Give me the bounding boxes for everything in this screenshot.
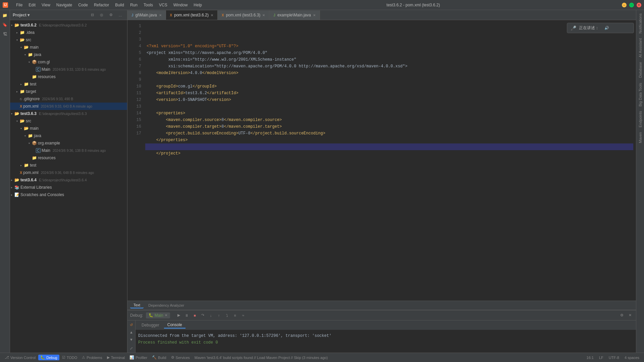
right-tool-endpoints[interactable]: Endpoints	[637, 109, 643, 129]
debug-stepover-btn[interactable]: ↷	[200, 312, 206, 319]
maximize-button[interactable]: □	[629, 3, 634, 7]
debug-frames-btn[interactable]: ≡	[232, 312, 238, 319]
code-line-2[interactable]: <project xmlns="http://maven.apache.org/…	[145, 50, 633, 56]
tree-item-main363[interactable]: 📂main	[10, 125, 127, 132]
tree-item-gitignore[interactable]: ⎋.gitignore2024/3/6 9:33, 490 B	[10, 95, 127, 103]
code-line-15[interactable]: </properties>	[145, 137, 633, 143]
status-tab-terminal[interactable]: ▶Terminal	[105, 355, 127, 360]
code-line-8[interactable]: <artifactId>test3.6.2</artifactId>	[145, 90, 633, 97]
menu-item-window[interactable]: Window	[171, 2, 191, 8]
menu-item-edit[interactable]: Edit	[26, 2, 38, 8]
tab-close-btn[interactable]: ✕	[211, 13, 213, 17]
status-tab-problems[interactable]: ⚠Problems	[80, 355, 104, 360]
debug-tab-debugger[interactable]: Debugger	[138, 322, 163, 328]
code-line-11[interactable]: <properties>	[145, 110, 633, 117]
code-line-7[interactable]: <groupId>com.gl</groupId>	[145, 83, 633, 90]
structure-icon[interactable]: 🏗	[1, 30, 9, 38]
code-line-10[interactable]	[145, 103, 633, 110]
right-tool-ai_assistant[interactable]: AI Assistant	[637, 36, 643, 59]
debug-session[interactable]: 🐛 Main ✕	[146, 312, 170, 318]
menu-item-code[interactable]: Code	[75, 2, 91, 8]
right-tool-notifications[interactable]: Notifications	[637, 11, 643, 36]
debug-tab-console[interactable]: Console	[164, 322, 185, 328]
status-tab-build[interactable]: 🔨Build	[150, 355, 168, 360]
code-line-12[interactable]: <maven.compiler.source>8</maven.compiler…	[145, 117, 633, 123]
code-line-13[interactable]: <maven.compiler.target>8</maven.compiler…	[145, 123, 633, 130]
debug-scroll-down-btn[interactable]: ▼	[128, 337, 135, 343]
tree-item-pomxml362[interactable]: Xpom.xml2024/3/6 9:33, 643 B A minute ag…	[10, 103, 127, 110]
code-line-16[interactable]	[145, 143, 633, 150]
editor-tab-tab4[interactable]: J example\Main.java ✕	[269, 10, 320, 20]
debug-close-btn[interactable]: ✕	[627, 312, 633, 319]
editor-tab-tab3[interactable]: X pom.xml (test3.6.3) ✕	[218, 10, 269, 20]
code-line-4[interactable]: xsi:schemaLocation="http://maven.apache.…	[145, 63, 633, 70]
tree-item-pomxml363[interactable]: Xpom.xml2024/3/6 9:36, 648 B 8 minutes a…	[10, 169, 127, 176]
editor-tab-tab1[interactable]: J gl\Main.java ✕	[127, 10, 166, 20]
tree-item-src363[interactable]: 📂src	[10, 117, 127, 125]
status-tab-debug[interactable]: 🐛Debug	[38, 355, 59, 360]
debug-console-area[interactable]: Disconnected from the target VM, address…	[136, 330, 636, 353]
tree-item-test[interactable]: 📁test	[10, 80, 127, 88]
tree-item-mainclass363[interactable]: CMain2024/3/6 9:36, 138 B 8 minutes ago	[10, 147, 127, 154]
debug-threads-btn[interactable]: ≈	[240, 312, 247, 319]
bottom-tab-text[interactable]: Text	[130, 302, 144, 308]
collapse-all-icon[interactable]: ⊟	[88, 11, 96, 19]
code-line-9[interactable]: <version>1.0-SNAPSHOT</version>	[145, 97, 633, 103]
tree-item-resources363[interactable]: 📁resources	[10, 154, 127, 162]
tree-item-resources[interactable]: 📁resources	[10, 73, 127, 80]
tree-item-scratches[interactable]: 📝Scratches and Consoles	[10, 191, 127, 198]
menu-item-vcs[interactable]: VCS	[156, 2, 170, 8]
bottom-tab-dep_analyzer[interactable]: Dependency Analyzer	[145, 303, 187, 308]
menu-item-file[interactable]: File	[13, 2, 25, 8]
minimize-button[interactable]: ─	[622, 3, 627, 7]
status-tab-profiler[interactable]: 📊Profiler	[127, 355, 149, 360]
code-line-1[interactable]: <?xml version="1.0" encoding="UTF-8"?>	[145, 43, 633, 50]
project-icon[interactable]: 📁	[1, 11, 9, 19]
close-button[interactable]: ✕	[637, 3, 641, 7]
tree-item-comgl[interactable]: 📦com.gl	[10, 58, 127, 66]
tree-item-t362[interactable]: 📂test3.6.2E:\ideaproject\huigu\test3.6.2	[10, 21, 127, 29]
debug-resume-btn[interactable]: ▶	[175, 312, 182, 319]
right-tool-maven[interactable]: Maven	[637, 130, 643, 145]
code-line-6[interactable]	[145, 76, 633, 83]
menu-item-refactor[interactable]: Refactor	[91, 2, 112, 8]
debug-runtoursor-btn[interactable]: ⤵	[224, 312, 230, 319]
debug-pause-btn[interactable]: ⏸	[183, 312, 190, 319]
tree-item-orgex[interactable]: 📦org.example	[10, 139, 127, 147]
locate-icon[interactable]: ◎	[98, 11, 106, 19]
editor-tab-tab2[interactable]: X pom.xml (test3.6.2) ✕	[166, 10, 218, 20]
tree-item-java[interactable]: 📁java	[10, 51, 127, 58]
menu-item-view[interactable]: View	[39, 2, 53, 8]
tree-item-idea[interactable]: 📁.idea	[10, 29, 127, 36]
menu-item-tools[interactable]: Tools	[141, 2, 156, 8]
code-line-17[interactable]: </project>	[145, 150, 633, 157]
right-tool-bigdata[interactable]: Big Data Tools	[637, 81, 643, 109]
code-content[interactable]: <?xml version="1.0" encoding="UTF-8"?><p…	[143, 20, 636, 301]
menu-item-navigate[interactable]: Navigate	[54, 2, 75, 8]
menu-item-help[interactable]: Help	[191, 2, 205, 8]
tab-close-btn[interactable]: ✕	[159, 13, 162, 17]
tree-item-src[interactable]: 📂src	[10, 36, 127, 44]
tree-item-t364[interactable]: 📂test3.6.4E:\ideaproject\huigu\test3.6.4	[10, 176, 127, 184]
code-line-3[interactable]: xmlns:xsi="http://www.w3.org/2001/XMLSch…	[145, 56, 633, 63]
tree-item-java363[interactable]: 📁java	[10, 132, 127, 139]
debug-settings-btn[interactable]: ⚙	[619, 312, 625, 319]
more-icon[interactable]: …	[116, 11, 124, 19]
tab-close-btn[interactable]: ✕	[262, 13, 265, 17]
debug-stop-btn[interactable]: ■	[192, 312, 198, 319]
debug-stepinto-btn[interactable]: ↓	[208, 312, 214, 319]
right-tool-database[interactable]: Database	[637, 60, 643, 80]
debug-stepout-btn[interactable]: ↑	[216, 312, 222, 319]
menu-item-run[interactable]: Run	[127, 2, 140, 8]
debug-rerun-btn[interactable]: ↺	[128, 322, 135, 328]
status-tab-version_control[interactable]: ⎇Version Control	[3, 355, 38, 360]
tree-item-extlibs[interactable]: 📚External Libraries	[10, 184, 127, 191]
tree-item-test363[interactable]: 📁test	[10, 162, 127, 169]
bookmark-icon[interactable]: 🔖	[1, 21, 9, 29]
tree-item-t363[interactable]: 📂test3.6.3E:\ideaproject\huigu\test3.6.3	[10, 110, 127, 117]
code-line-5[interactable]: <modelVersion>4.0.0</modelVersion>	[145, 70, 633, 76]
menu-item-build[interactable]: Build	[112, 2, 127, 8]
tree-item-main[interactable]: 📂main	[10, 44, 127, 51]
debug-scroll-up-btn[interactable]: ▲	[128, 329, 135, 335]
settings-icon[interactable]: ⚙	[107, 11, 115, 19]
